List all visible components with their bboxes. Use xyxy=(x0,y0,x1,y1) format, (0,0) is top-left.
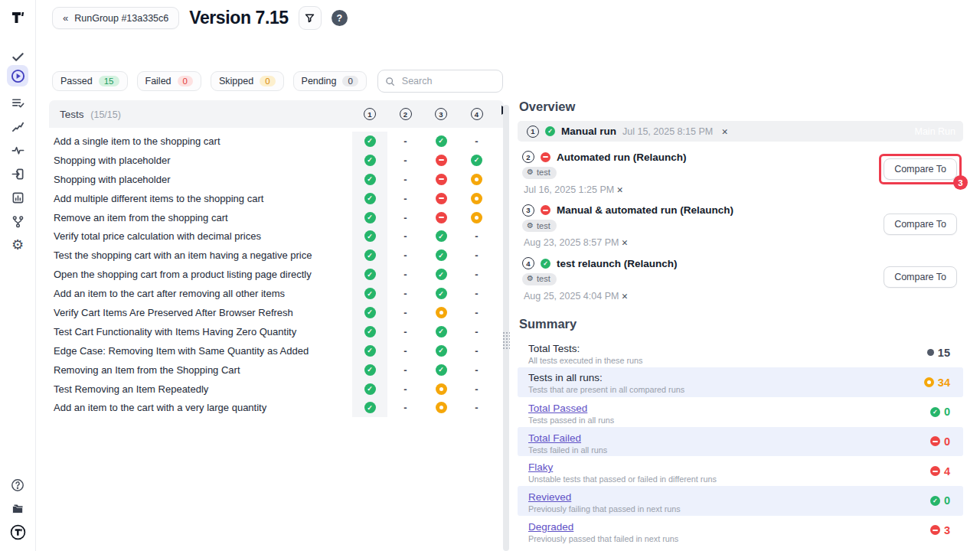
run-item[interactable]: 2Automated run (Relaunch)⚙testJul 16, 20… xyxy=(518,150,963,195)
test-skipped-icon xyxy=(471,174,482,185)
filter-chip-skipped[interactable]: Skipped0 xyxy=(211,71,284,91)
run-number-icon: 1 xyxy=(527,126,539,138)
test-status-cell: ✓ xyxy=(423,265,459,284)
projects-folder-icon[interactable] xyxy=(7,498,28,520)
test-row[interactable]: Test the shopping cart with an item havi… xyxy=(49,246,504,265)
test-status-cell: - xyxy=(459,360,495,380)
test-passed-icon: ✓ xyxy=(436,230,447,242)
search-input[interactable] xyxy=(377,70,503,93)
import-icon[interactable] xyxy=(7,163,28,184)
test-status-cell: ✓ xyxy=(423,360,459,380)
summary-link[interactable]: Flaky xyxy=(528,461,553,474)
summary-heading: Summary xyxy=(519,317,963,331)
run-item-main[interactable]: 1✓Manual runJul 15, 2025 8:15 PM✕Main Ru… xyxy=(518,121,963,142)
summary-count: 4 xyxy=(944,465,950,478)
test-passed-icon: ✓ xyxy=(436,269,447,280)
test-row[interactable]: Edge Case: Removing Item with Same Quant… xyxy=(49,341,504,360)
test-status-cell: - xyxy=(387,398,423,417)
compare-to-button[interactable]: Compare To xyxy=(884,158,957,180)
rungroup-back-button[interactable]: « RunGroup #13a335c6 xyxy=(52,7,179,29)
panel-drag-handle-icon[interactable] xyxy=(502,331,510,350)
gear-icon: ⚙ xyxy=(527,168,534,176)
app-logo-icon[interactable] xyxy=(7,7,28,28)
test-row[interactable]: Add a single item to the shopping cart✓-… xyxy=(49,132,504,151)
summary-row: FlakyUnstable tests that passed or faile… xyxy=(518,456,963,486)
test-status-cell: - xyxy=(387,380,423,399)
test-passed-icon: ✓ xyxy=(436,364,447,376)
filter-chip-failed[interactable]: Failed0 xyxy=(137,71,201,91)
test-row[interactable]: Verify Cart Items Are Preserved After Br… xyxy=(49,303,504,322)
help-circle-icon[interactable] xyxy=(7,474,28,496)
column-header-1[interactable]: 1 xyxy=(352,108,387,120)
column-header-3[interactable]: 3 xyxy=(423,108,459,120)
runs-play-icon[interactable] xyxy=(7,65,28,86)
analytics-report-icon[interactable] xyxy=(7,187,28,208)
total-dot-icon xyxy=(927,349,934,356)
test-row[interactable]: Removing an Item from the Shopping Cart✓… xyxy=(49,360,504,380)
test-passed-icon: ✓ xyxy=(364,345,376,357)
run-tag-label: test xyxy=(537,221,550,230)
filter-chip-pending[interactable]: Pending0 xyxy=(293,71,367,91)
summary-skipped-icon xyxy=(924,377,934,387)
test-status-cell: - xyxy=(459,303,495,322)
summary-row: Total Tests:All tests executed in these … xyxy=(518,338,963,368)
run-number-4-icon: 4 xyxy=(471,108,483,120)
summary-value: 0 xyxy=(930,435,950,448)
close-icon[interactable]: ✕ xyxy=(621,292,628,301)
test-row[interactable]: Test Removing an Item Repeatedly✓-- xyxy=(49,380,504,399)
test-row[interactable]: Add an item to the cart with a very larg… xyxy=(49,398,504,417)
test-status-cell xyxy=(423,398,459,417)
test-row[interactable]: Shopping with placeholder✓-✓ xyxy=(49,151,504,170)
test-row[interactable]: Open the shopping cart from a product li… xyxy=(49,265,504,284)
summary-link[interactable]: Revieved xyxy=(528,491,571,504)
test-passed-icon: ✓ xyxy=(364,135,376,147)
filter-chip-passed[interactable]: Passed15 xyxy=(52,71,128,91)
close-icon[interactable]: ✕ xyxy=(621,238,628,247)
run-item[interactable]: 3Manual & automated run (Relaunch)⚙testA… xyxy=(518,204,963,249)
test: - xyxy=(403,288,407,299)
test-row[interactable]: Shopping with placeholder✓- xyxy=(49,170,504,189)
summary-row: RevievedPreviously failing that passed i… xyxy=(518,486,963,516)
milestones-stairs-icon[interactable] xyxy=(7,116,28,137)
close-icon[interactable]: ✕ xyxy=(721,127,728,136)
help-icon[interactable]: ? xyxy=(332,10,348,26)
summary-link[interactable]: Degraded xyxy=(528,520,573,533)
test-status-cell xyxy=(423,170,459,189)
column-header-4[interactable]: 4 xyxy=(459,108,495,120)
filter-button[interactable] xyxy=(299,6,322,30)
run-passed-icon: ✓ xyxy=(545,126,555,136)
settings-gear-icon[interactable]: ⚙ xyxy=(7,234,28,256)
test-status-cell: - xyxy=(459,380,495,399)
test-name: Verify total price calculation with deci… xyxy=(49,230,352,242)
compare-to-button[interactable]: Compare To xyxy=(884,214,957,235)
test-status-cell xyxy=(423,208,459,227)
test-row[interactable]: Add multiple different items to the shop… xyxy=(49,189,504,208)
plans-list-icon[interactable] xyxy=(7,92,28,113)
tests-check-icon[interactable] xyxy=(7,46,28,67)
test-status-cell xyxy=(423,303,459,322)
run-passed-icon: ✓ xyxy=(541,259,550,269)
filter-chip-label: Skipped xyxy=(219,76,253,86)
compare-to-button[interactable]: Compare To xyxy=(884,266,957,288)
test-status-cell: ✓ xyxy=(423,322,459,341)
summary-link[interactable]: Total Failed xyxy=(528,432,581,445)
test-status-cell xyxy=(459,189,495,208)
logo-circle-icon[interactable] xyxy=(7,521,28,543)
test-row[interactable]: Remove an item from the shopping cart✓- xyxy=(49,208,504,227)
summary-value: ✓0 xyxy=(930,494,950,507)
summary-link[interactable]: Total Passed xyxy=(528,402,587,415)
summary-value: 15 xyxy=(927,347,950,359)
summary-description: Previously failing that passed in next r… xyxy=(528,504,952,514)
branches-icon[interactable] xyxy=(7,210,28,232)
close-icon[interactable]: ✕ xyxy=(616,185,623,194)
test-failed-icon xyxy=(436,193,447,204)
test-row[interactable]: Add an item to the cart after removing a… xyxy=(49,284,504,303)
test-row[interactable]: Verify total price calculation with deci… xyxy=(49,227,504,246)
test-status-cell: ✓ xyxy=(352,398,387,417)
pulse-icon[interactable] xyxy=(7,139,28,161)
column-header-2[interactable]: 2 xyxy=(387,108,423,120)
test-row[interactable]: Test Cart Functionality with Items Havin… xyxy=(49,322,504,341)
panel-divider[interactable] xyxy=(503,105,509,551)
run-item[interactable]: 4✓test relaunch (Relaunch)⚙testAug 25, 2… xyxy=(518,256,963,302)
double-chevron-left-icon: « xyxy=(63,12,68,24)
